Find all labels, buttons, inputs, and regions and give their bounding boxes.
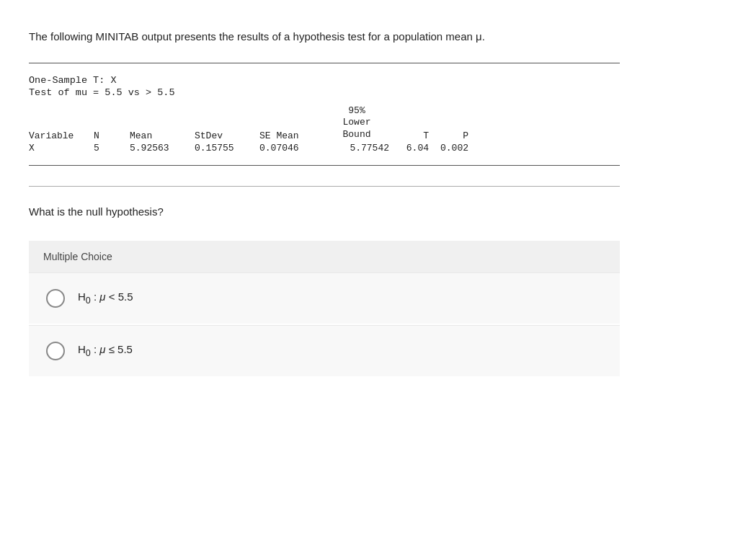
cell-variable: X bbox=[29, 143, 94, 154]
cell-p: 0.002 bbox=[429, 143, 468, 154]
cell-stdev: 0.15755 bbox=[195, 143, 259, 154]
cell-n: 5 bbox=[94, 143, 130, 154]
minitab-table: Variable N Mean StDev SE Mean 95% Lower … bbox=[29, 105, 620, 154]
multiple-choice-label: Multiple Choice bbox=[29, 241, 620, 272]
col-header-stdev: StDev bbox=[195, 130, 259, 141]
col-header-p: P bbox=[429, 130, 468, 141]
cell-t: 6.04 bbox=[389, 143, 429, 154]
col-header-semean: SE Mean bbox=[259, 130, 324, 141]
question-text: What is the null hypothesis? bbox=[29, 204, 620, 221]
section-divider bbox=[29, 186, 620, 187]
intro-text: The following MINITAB output presents th… bbox=[29, 29, 620, 45]
cell-bound: 5.77542 bbox=[324, 143, 389, 154]
minitab-output: One-Sample T: X Test of mu = 5.5 vs > 5.… bbox=[29, 63, 620, 166]
col-header-mean: Mean bbox=[130, 130, 195, 141]
cell-semean: 0.07046 bbox=[259, 143, 324, 154]
minitab-line2: Test of mu = 5.5 vs > 5.5 bbox=[29, 87, 620, 98]
col-header-variable: Variable bbox=[29, 130, 94, 141]
cell-mean: 5.92563 bbox=[130, 143, 195, 154]
table-data-row: X 5 5.92563 0.15755 0.07046 5.77542 6.04… bbox=[29, 143, 620, 154]
col-header-t: T bbox=[389, 130, 429, 141]
choice-option-b[interactable]: H0 : μ ≤ 5.5 bbox=[29, 325, 620, 376]
minitab-line1: One-Sample T: X bbox=[29, 75, 620, 86]
radio-button-a[interactable] bbox=[46, 289, 65, 308]
choice-text-b: H0 : μ ≤ 5.5 bbox=[78, 343, 133, 358]
col-header-n: N bbox=[94, 130, 130, 141]
col-header-bound: 95% Lower Bound bbox=[324, 105, 389, 142]
radio-button-b[interactable] bbox=[46, 342, 65, 360]
table-header-row: Variable N Mean StDev SE Mean 95% Lower … bbox=[29, 105, 620, 142]
choice-option-a[interactable]: H0 : μ < 5.5 bbox=[29, 272, 620, 324]
choice-text-a: H0 : μ < 5.5 bbox=[78, 290, 133, 306]
multiple-choice-section: Multiple Choice H0 : μ < 5.5 H0 : μ ≤ 5.… bbox=[29, 241, 620, 376]
